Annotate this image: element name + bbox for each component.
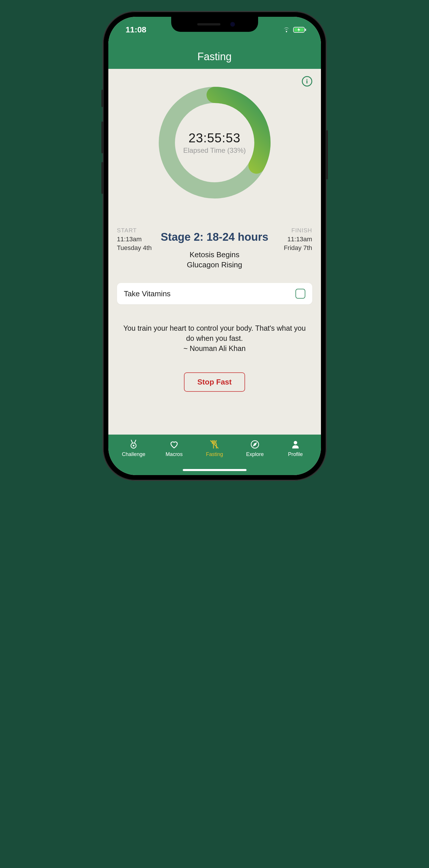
side-button [102, 90, 103, 107]
heart-icon [169, 439, 179, 450]
finish-day: Friday 7th [284, 244, 312, 252]
start-time: 11:13am [117, 235, 152, 244]
tab-profile[interactable]: Profile [275, 439, 316, 458]
stop-fast-button[interactable]: Stop Fast [184, 372, 245, 392]
progress-ring: 23:55:53 Elapsed Time (33%) [154, 82, 276, 204]
power-button [326, 130, 328, 179]
header-bar: Fasting [108, 44, 321, 69]
phone-frame: 11:08 Fasting i [103, 11, 326, 480]
stage-line-2: Glucagon Rising [187, 260, 242, 270]
tab-explore[interactable]: Explore [235, 439, 275, 458]
battery-charging-icon [293, 27, 307, 33]
stage-description: Ketosis Begins Glucagon Rising [187, 250, 242, 270]
compass-icon [250, 439, 260, 450]
status-time: 11:08 [126, 25, 147, 34]
task-checkbox[interactable] [295, 289, 305, 299]
svg-rect-2 [305, 29, 306, 31]
content-area: i 23:55:53 Elapsed Time (33%) [108, 69, 321, 435]
tab-challenge[interactable]: Challenge [114, 439, 154, 458]
person-icon [290, 439, 301, 450]
volume-down-button [102, 162, 103, 194]
task-row[interactable]: Take Vitamins [117, 283, 312, 304]
task-label: Take Vitamins [124, 289, 171, 298]
tab-fasting[interactable]: Fasting [194, 439, 235, 458]
start-finish-row: START 11:13am Tuesday 4th FINISH 11:13am… [108, 226, 321, 252]
start-block[interactable]: START 11:13am Tuesday 4th [117, 226, 152, 252]
home-indicator[interactable] [183, 469, 247, 471]
tab-label: Profile [288, 452, 303, 458]
start-day: Tuesday 4th [117, 244, 152, 252]
volume-up-button [102, 122, 103, 153]
finish-time: 11:13am [284, 235, 312, 244]
info-icon[interactable]: i [302, 76, 312, 87]
status-icons [282, 27, 307, 33]
ring-center: 23:55:53 Elapsed Time (33%) [154, 82, 276, 204]
quote-author: ~ Nouman Ali Khan [119, 343, 310, 353]
phone-screen: 11:08 Fasting i [108, 17, 321, 475]
tab-label: Fasting [206, 452, 223, 458]
tab-label: Challenge [122, 452, 145, 458]
svg-point-6 [133, 445, 135, 446]
no-food-icon [209, 439, 220, 450]
page-title: Fasting [197, 51, 231, 63]
timer-value: 23:55:53 [189, 131, 240, 145]
finish-label: FINISH [284, 226, 312, 235]
tab-label: Macros [165, 452, 182, 458]
start-label: START [117, 226, 152, 235]
tab-label: Explore [246, 452, 264, 458]
tab-macros[interactable]: Macros [154, 439, 194, 458]
quote-block: You train your heart to control your bod… [117, 323, 312, 353]
svg-point-8 [294, 441, 297, 444]
quote-text: You train your heart to control your bod… [119, 323, 310, 343]
finish-block[interactable]: FINISH 11:13am Friday 7th [284, 226, 312, 252]
wifi-icon [282, 27, 291, 33]
notch [171, 17, 258, 32]
elapsed-label: Elapsed Time (33%) [183, 146, 246, 155]
medal-icon [128, 439, 139, 450]
